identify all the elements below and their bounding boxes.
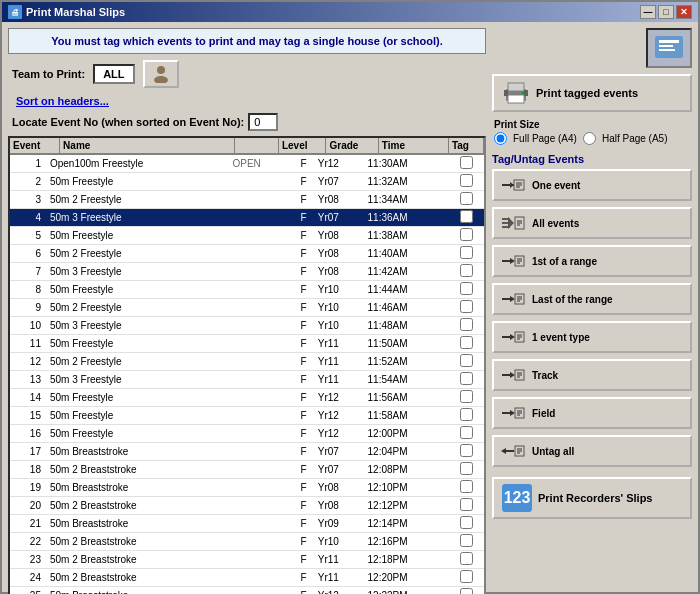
cell-3: F [293,299,315,317]
table-row[interactable]: 1550m FreestyleFYr1211:58AM [10,407,484,425]
tag-cell [449,515,484,533]
tag-checkbox[interactable] [460,372,473,385]
cell-0: 2 [10,173,47,191]
tag-cell [449,443,484,461]
svg-rect-3 [659,40,679,43]
tag-checkbox[interactable] [460,480,473,493]
col-tag[interactable]: Tag [448,138,483,154]
table-row[interactable]: 1850m 2 BreaststrokeFYr0712:08PM [10,461,484,479]
one-event-type-button[interactable]: 1 event type [492,321,692,353]
team-select-button[interactable] [143,60,179,88]
tag-checkbox[interactable] [460,354,473,367]
svg-point-1 [154,76,168,83]
tag-checkbox[interactable] [460,408,473,421]
all-events-button[interactable]: All events [492,207,692,239]
tag-checkbox[interactable] [460,210,473,223]
table-row[interactable]: 750m 3 FreestyleFYr0811:42AM [10,263,484,281]
table-row[interactable]: 850m FreestyleFYr1011:44AM [10,281,484,299]
tag-checkbox[interactable] [460,390,473,403]
table-row[interactable]: 550m FreestyleFYr0811:38AM [10,227,484,245]
print-tagged-button[interactable]: Print tagged events [492,74,692,112]
tag-checkbox[interactable] [460,444,473,457]
locate-input[interactable] [248,113,278,131]
tag-checkbox[interactable] [460,462,473,475]
table-row[interactable]: 2350m 2 BreaststrokeFYr1112:18PM [10,551,484,569]
full-page-radio[interactable] [494,132,507,145]
tag-checkbox[interactable] [460,570,473,583]
cell-2 [229,263,292,281]
tag-cell [449,227,484,245]
tag-cell [449,461,484,479]
table-row[interactable]: 250m FreestyleFYr0711:32AM [10,173,484,191]
svg-point-0 [157,66,165,74]
tag-checkbox[interactable] [460,588,473,594]
table-row[interactable]: 2450m 2 BreaststrokeFYr1112:20PM [10,569,484,587]
tag-checkbox[interactable] [460,228,473,241]
close-button[interactable]: ✕ [676,5,692,19]
tag-checkbox[interactable] [460,426,473,439]
tag-checkbox[interactable] [460,264,473,277]
tag-cell [449,587,484,595]
table-row[interactable]: 1950m BreaststrokeFYr0812:10PM [10,479,484,497]
one-event-button[interactable]: One event [492,169,692,201]
tag-checkbox[interactable] [460,552,473,565]
last-range-button[interactable]: Last of the range [492,283,692,315]
print-recorders-button[interactable]: 123 Print Recorders' Slips [492,477,692,519]
tag-checkbox[interactable] [460,174,473,187]
tag-checkbox[interactable] [460,318,473,331]
cell-4: Yr11 [315,371,365,389]
maximize-button[interactable]: □ [658,5,674,19]
col-time[interactable]: Time [378,138,448,154]
table-row[interactable]: 1150m FreestyleFYr1111:50AM [10,335,484,353]
table-row[interactable]: 950m 2 FreestyleFYr1011:46AM [10,299,484,317]
table-row[interactable]: 1450m FreestyleFYr1211:56AM [10,389,484,407]
cell-4: Yr12 [315,407,365,425]
table-row[interactable]: 1250m 2 FreestyleFYr1111:52AM [10,353,484,371]
tag-cell [449,353,484,371]
cell-4: Yr08 [315,263,365,281]
tag-checkbox[interactable] [460,192,473,205]
tag-checkbox[interactable] [460,246,473,259]
sort-link[interactable]: Sort on headers... [12,94,113,108]
table-row[interactable]: 1050m 3 FreestyleFYr1011:48AM [10,317,484,335]
table-row[interactable]: 1750m BreaststrokeFYr0712:04PM [10,443,484,461]
tag-checkbox[interactable] [460,336,473,349]
cell-0: 10 [10,317,47,335]
table-row[interactable]: 2250m 2 BreaststrokeFYr1012:16PM [10,533,484,551]
table-row[interactable]: 450m 3 FreestyleFYr0711:36AM [10,209,484,227]
tag-checkbox[interactable] [460,156,473,169]
tag-checkbox[interactable] [460,516,473,529]
minimize-button[interactable]: — [640,5,656,19]
table-row[interactable]: 1650m FreestyleFYr1212:00PM [10,425,484,443]
half-page-label: Half Page (A5) [602,133,668,144]
tag-checkbox[interactable] [460,498,473,511]
tag-checkbox[interactable] [460,282,473,295]
col-event[interactable]: Event [10,138,60,154]
half-page-radio[interactable] [583,132,596,145]
cell-5: 12:08PM [365,461,450,479]
table-row[interactable]: 1350m 3 FreestyleFYr1111:54AM [10,371,484,389]
table-row[interactable]: 350m 2 FreestyleFYr0811:34AM [10,191,484,209]
first-range-button[interactable]: 1st of a range [492,245,692,277]
col-name[interactable]: Name [60,138,235,154]
cell-2 [229,533,292,551]
table-row[interactable]: 2050m 2 BreaststrokeFYr0812:12PM [10,497,484,515]
cell-0: 20 [10,497,47,515]
cell-2: OPEN [229,155,292,173]
table-row[interactable]: 2550m BreaststrokeFYr1212:22PM [10,587,484,595]
untag-all-button[interactable]: Untag all [492,435,692,467]
col-grade[interactable]: Grade [326,138,378,154]
table-row[interactable]: 1Open100m FreestyleOPENFYr1211:30AM [10,155,484,173]
track-button[interactable]: Track [492,359,692,391]
tag-checkbox[interactable] [460,300,473,313]
table-row[interactable]: 2150m BreaststrokeFYr0912:14PM [10,515,484,533]
cell-3: F [293,533,315,551]
field-button[interactable]: Field [492,397,692,429]
table-row[interactable]: 650m 2 FreestyleFYr0811:40AM [10,245,484,263]
tag-cell [449,299,484,317]
cell-1: 50m 3 Freestyle [47,317,230,335]
cell-5: 11:58AM [365,407,450,425]
col-level[interactable]: Level [278,138,326,154]
tag-checkbox[interactable] [460,534,473,547]
table-scroll-area[interactable]: 1Open100m FreestyleOPENFYr1211:30AM250m … [10,155,484,594]
